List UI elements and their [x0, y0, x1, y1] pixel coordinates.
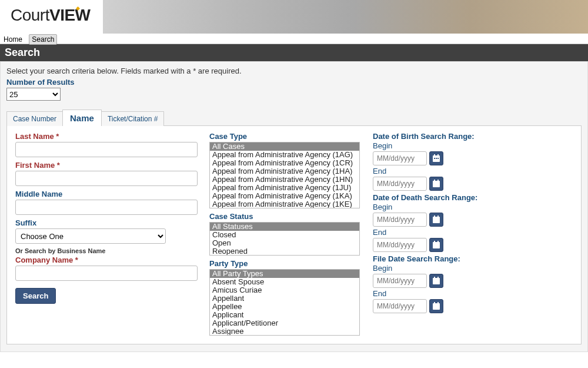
list-item[interactable]: Open [210, 239, 359, 247]
svg-rect-18 [433, 303, 440, 310]
list-item[interactable]: Appeal from Administrative Agency (1HN) [210, 175, 359, 184]
nav-home[interactable]: Home [1, 35, 25, 44]
search-button[interactable]: Search [15, 288, 56, 304]
logo: CourtVIEW [11, 6, 93, 25]
svg-rect-8 [437, 180, 439, 181]
list-item[interactable]: All Cases [210, 142, 359, 151]
first-name-input[interactable] [15, 171, 198, 186]
list-item[interactable]: Appeal from Administrative Agency (1KA) [210, 192, 359, 200]
tab-name[interactable]: Name [62, 110, 102, 126]
list-item[interactable]: Closed [210, 231, 359, 239]
svg-rect-3 [434, 158, 435, 159]
company-name-input[interactable] [15, 266, 198, 281]
suffix-select[interactable]: Choose One [15, 228, 166, 244]
svg-rect-7 [434, 180, 435, 181]
dod-begin-input[interactable] [373, 213, 427, 227]
list-item[interactable]: Appellee [210, 303, 359, 311]
calendar-icon[interactable] [429, 213, 443, 227]
svg-rect-17 [437, 277, 439, 279]
list-item[interactable]: Amicus Curiae [210, 286, 359, 294]
file-end-input[interactable] [373, 299, 427, 313]
svg-rect-19 [434, 302, 435, 304]
content-area: Select your search criteria below. Field… [0, 61, 588, 352]
list-item[interactable]: Applicant [210, 311, 359, 319]
case-status-label: Case Status [209, 212, 363, 221]
dob-end-label: End [373, 167, 537, 175]
case-type-label: Case Type [209, 132, 363, 141]
tab-case-number[interactable]: Case Number [6, 111, 63, 126]
file-end-label: End [373, 289, 537, 298]
case-type-listbox[interactable]: All Cases Appeal from Administrative Age… [209, 142, 360, 208]
nav-bar: Home Search [0, 34, 588, 44]
list-item[interactable]: Appeal from Administrative Agency (1KE) [210, 200, 359, 208]
svg-rect-16 [434, 277, 435, 279]
calendar-icon[interactable] [429, 151, 443, 165]
nav-search[interactable]: Search [29, 34, 57, 45]
svg-rect-9 [433, 217, 440, 223]
svg-rect-10 [434, 216, 435, 217]
suffix-label: Suffix [15, 218, 203, 227]
svg-rect-11 [437, 216, 439, 217]
calendar-icon[interactable] [429, 238, 443, 252]
calendar-icon[interactable] [429, 177, 443, 191]
svg-rect-2 [437, 154, 439, 156]
form-area: Last Name * First Name * Middle Name Suf… [6, 125, 582, 344]
file-range-label: File Date Search Range: [373, 254, 537, 263]
dod-begin-label: Begin [373, 203, 537, 211]
svg-rect-14 [437, 241, 439, 243]
case-status-listbox[interactable]: All Statuses Closed Open Reopened [209, 222, 360, 256]
list-item[interactable]: Appeal from Administrative Agency (1HA) [210, 167, 359, 175]
dob-end-input[interactable] [373, 177, 427, 191]
dob-range-label: Date of Birth Search Range: [373, 132, 537, 141]
company-name-label: Company Name * [15, 256, 203, 264]
calendar-icon[interactable] [429, 299, 443, 313]
svg-rect-15 [433, 278, 440, 284]
last-name-input[interactable] [15, 142, 198, 157]
dod-range-label: Date of Death Search Range: [373, 193, 537, 202]
party-type-label: Party Type [209, 259, 363, 268]
middle-name-input[interactable] [15, 200, 198, 215]
list-item[interactable]: Applicant/Petitioner [210, 319, 359, 327]
page-title: Search [0, 44, 588, 61]
list-item[interactable]: Appeal from Administrative Agency (1AG) [210, 151, 359, 159]
dob-begin-input[interactable] [373, 151, 427, 165]
last-name-label: Last Name * [15, 132, 203, 141]
file-begin-label: Begin [373, 264, 537, 273]
results-select[interactable]: 25 [6, 88, 61, 101]
results-label: Number of Results [6, 78, 582, 87]
dob-begin-label: Begin [373, 141, 537, 150]
list-item[interactable]: All Statuses [210, 223, 359, 231]
instructions-text: Select your search criteria below. Field… [6, 67, 582, 75]
svg-rect-12 [433, 242, 440, 248]
tabs: Case NumberNameTicket/Citation # [6, 110, 582, 126]
svg-rect-4 [436, 158, 437, 159]
first-name-label: First Name * [15, 161, 203, 170]
list-item[interactable]: Appeal from Administrative Agency (1CR) [210, 159, 359, 167]
header-banner: CourtVIEW [0, 0, 588, 34]
tab-ticket[interactable]: Ticket/Citation # [101, 111, 165, 126]
list-item[interactable]: Appeal from Administrative Agency (1JU) [210, 184, 359, 192]
calendar-icon[interactable] [429, 274, 443, 288]
file-begin-input[interactable] [373, 274, 427, 288]
list-item[interactable]: Appellant [210, 294, 359, 303]
dod-end-input[interactable] [373, 238, 427, 252]
party-type-listbox[interactable]: All Party Types Absent Spouse Amicus Cur… [209, 269, 360, 336]
list-item[interactable]: Assignee [210, 327, 359, 336]
dod-end-label: End [373, 228, 537, 237]
svg-rect-20 [437, 302, 439, 304]
list-item[interactable]: Absent Spouse [210, 278, 359, 286]
middle-name-label: Middle Name [15, 190, 203, 198]
list-item[interactable]: Reopened [210, 247, 359, 256]
list-item[interactable]: All Party Types [210, 270, 359, 278]
svg-rect-1 [434, 154, 435, 156]
svg-rect-13 [434, 241, 435, 243]
svg-rect-5 [437, 158, 439, 159]
business-subtext: Or Search by Business Name [15, 247, 203, 254]
svg-rect-6 [433, 181, 440, 187]
